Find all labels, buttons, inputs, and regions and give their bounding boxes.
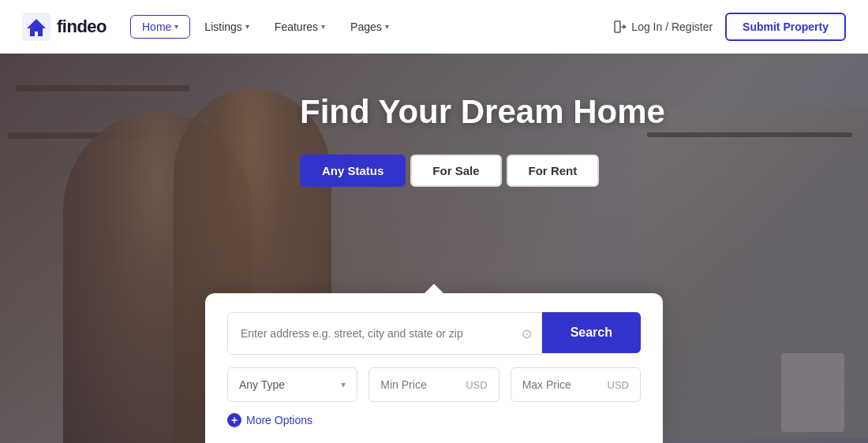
filter-row: Any Type ▾ USD USD: [227, 367, 641, 402]
min-price-field[interactable]: [380, 378, 460, 391]
status-tab-for-rent[interactable]: For Rent: [507, 154, 600, 187]
min-price-input[interactable]: USD: [369, 367, 499, 402]
search-input-wrapper: ⊙: [227, 312, 542, 355]
chevron-down-icon: ▾: [174, 22, 178, 31]
svg-rect-2: [615, 21, 620, 32]
hero-section: Find Your Dream Home Any Status For Sale…: [0, 54, 868, 443]
logo-text: findeo: [57, 17, 107, 37]
nav-item-pages[interactable]: Pages ▾: [339, 16, 400, 38]
max-price-input[interactable]: USD: [511, 367, 641, 402]
nav-item-listings[interactable]: Listings ▾: [193, 16, 260, 38]
max-price-field[interactable]: [522, 378, 602, 391]
search-row: ⊙ Search: [227, 312, 641, 355]
plus-circle-icon: +: [227, 413, 241, 427]
search-button[interactable]: Search: [542, 312, 641, 353]
logo-icon: [22, 13, 51, 41]
navbar: findeo Home ▾ Listings ▾ Features ▾ Page…: [0, 0, 868, 54]
logo[interactable]: findeo: [22, 13, 107, 41]
type-select[interactable]: Any Type ▾: [227, 367, 357, 402]
nav-right: Log In / Register Submit Property: [614, 13, 846, 41]
hero-title: Find Your Dream Home: [300, 93, 665, 131]
search-box: ⊙ Search Any Type ▾ USD USD + More Optio…: [205, 293, 663, 443]
nav-item-features[interactable]: Features ▾: [264, 16, 336, 38]
chevron-down-icon: ▾: [341, 379, 346, 390]
login-button[interactable]: Log In / Register: [614, 20, 713, 33]
nav-item-home[interactable]: Home ▾: [130, 15, 190, 39]
location-icon: ⊙: [522, 326, 532, 341]
nav-links: Home ▾ Listings ▾ Features ▾ Pages ▾: [130, 15, 614, 39]
status-tab-for-sale[interactable]: For Sale: [410, 154, 501, 187]
search-input[interactable]: [228, 313, 541, 354]
chevron-down-icon: ▾: [245, 22, 249, 31]
svg-point-1: [34, 21, 39, 26]
status-tab-any[interactable]: Any Status: [300, 154, 406, 187]
more-options-button[interactable]: + More Options: [227, 413, 641, 427]
status-tabs: Any Status For Sale For Rent: [300, 154, 599, 187]
login-icon: [614, 20, 627, 33]
chevron-down-icon: ▾: [321, 22, 325, 31]
submit-property-button[interactable]: Submit Property: [725, 13, 846, 41]
chevron-down-icon: ▾: [385, 22, 389, 31]
